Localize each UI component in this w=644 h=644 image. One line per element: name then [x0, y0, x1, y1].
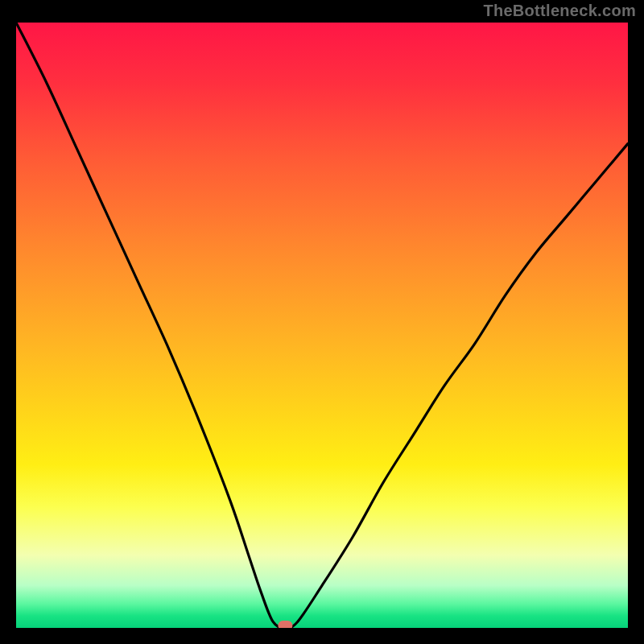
minimum-marker — [278, 621, 292, 628]
bottleneck-curve — [16, 23, 628, 628]
plot-area — [16, 23, 628, 628]
watermark-text: TheBottleneck.com — [483, 2, 636, 20]
curve-svg — [16, 23, 628, 628]
chart-frame: TheBottleneck.com — [0, 0, 644, 644]
